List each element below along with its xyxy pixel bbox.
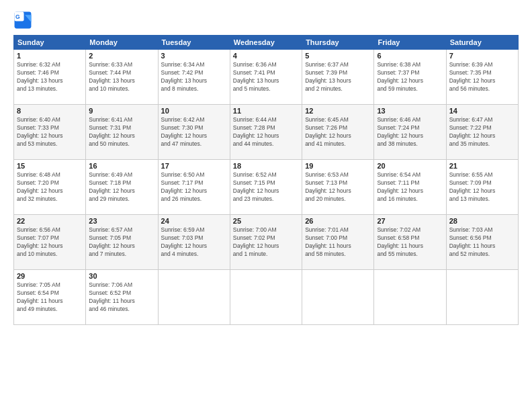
day-info: Sunrise: 7:00 AM Sunset: 7:02 PM Dayligh… bbox=[233, 226, 299, 259]
calendar-cell: 20Sunrise: 6:54 AM Sunset: 7:11 PM Dayli… bbox=[374, 160, 446, 215]
day-info: Sunrise: 6:53 AM Sunset: 7:13 PM Dayligh… bbox=[305, 171, 371, 203]
day-info: Sunrise: 6:46 AM Sunset: 7:24 PM Dayligh… bbox=[377, 116, 443, 148]
day-number: 29 bbox=[17, 272, 83, 280]
day-info: Sunrise: 6:49 AM Sunset: 7:18 PM Dayligh… bbox=[89, 171, 154, 203]
calendar-cell bbox=[230, 270, 302, 325]
day-info: Sunrise: 7:05 AM Sunset: 6:54 PM Dayligh… bbox=[17, 281, 83, 314]
calendar-cell: 11Sunrise: 6:44 AM Sunset: 7:28 PM Dayli… bbox=[230, 105, 302, 160]
day-info: Sunrise: 6:56 AM Sunset: 7:07 PM Dayligh… bbox=[17, 226, 83, 259]
day-number: 12 bbox=[305, 107, 371, 115]
page-header: G bbox=[13, 11, 519, 30]
day-number: 20 bbox=[377, 162, 443, 170]
calendar-cell: 17Sunrise: 6:50 AM Sunset: 7:17 PM Dayli… bbox=[158, 160, 230, 215]
calendar-cell: 12Sunrise: 6:45 AM Sunset: 7:26 PM Dayli… bbox=[302, 105, 374, 160]
day-number: 1 bbox=[17, 52, 83, 60]
day-info: Sunrise: 6:32 AM Sunset: 7:46 PM Dayligh… bbox=[17, 61, 83, 93]
day-info: Sunrise: 7:06 AM Sunset: 6:52 PM Dayligh… bbox=[89, 281, 154, 314]
calendar-cell bbox=[446, 270, 518, 325]
weekday-header-friday: Friday bbox=[374, 36, 446, 50]
calendar-cell: 4Sunrise: 6:36 AM Sunset: 7:41 PM Daylig… bbox=[230, 50, 302, 105]
calendar-cell: 14Sunrise: 6:47 AM Sunset: 7:22 PM Dayli… bbox=[446, 105, 518, 160]
day-number: 28 bbox=[449, 217, 515, 225]
day-info: Sunrise: 6:41 AM Sunset: 7:31 PM Dayligh… bbox=[89, 116, 154, 148]
weekday-header-wednesday: Wednesday bbox=[230, 36, 302, 50]
day-info: Sunrise: 6:37 AM Sunset: 7:39 PM Dayligh… bbox=[305, 61, 371, 93]
calendar-cell: 19Sunrise: 6:53 AM Sunset: 7:13 PM Dayli… bbox=[302, 160, 374, 215]
calendar-week-row: 15Sunrise: 6:48 AM Sunset: 7:20 PM Dayli… bbox=[14, 160, 519, 215]
weekday-header-tuesday: Tuesday bbox=[158, 36, 230, 50]
day-info: Sunrise: 6:48 AM Sunset: 7:20 PM Dayligh… bbox=[17, 171, 83, 203]
day-info: Sunrise: 6:57 AM Sunset: 7:05 PM Dayligh… bbox=[89, 226, 154, 259]
calendar-cell: 22Sunrise: 6:56 AM Sunset: 7:07 PM Dayli… bbox=[14, 215, 86, 270]
day-info: Sunrise: 6:34 AM Sunset: 7:42 PM Dayligh… bbox=[161, 61, 227, 93]
day-info: Sunrise: 6:38 AM Sunset: 7:37 PM Dayligh… bbox=[377, 61, 443, 93]
day-info: Sunrise: 6:33 AM Sunset: 7:44 PM Dayligh… bbox=[89, 61, 154, 93]
calendar-cell: 21Sunrise: 6:55 AM Sunset: 7:09 PM Dayli… bbox=[446, 160, 518, 215]
day-info: Sunrise: 6:36 AM Sunset: 7:41 PM Dayligh… bbox=[233, 61, 299, 93]
calendar-cell: 2Sunrise: 6:33 AM Sunset: 7:44 PM Daylig… bbox=[86, 50, 158, 105]
calendar-cell: 8Sunrise: 6:40 AM Sunset: 7:33 PM Daylig… bbox=[14, 105, 86, 160]
day-number: 7 bbox=[449, 52, 515, 60]
day-number: 8 bbox=[17, 107, 83, 115]
day-info: Sunrise: 6:52 AM Sunset: 7:15 PM Dayligh… bbox=[233, 171, 299, 203]
day-info: Sunrise: 6:59 AM Sunset: 7:03 PM Dayligh… bbox=[161, 226, 227, 259]
day-number: 25 bbox=[233, 217, 299, 225]
day-number: 22 bbox=[17, 217, 83, 225]
calendar-cell bbox=[158, 270, 230, 325]
day-info: Sunrise: 7:03 AM Sunset: 6:56 PM Dayligh… bbox=[449, 226, 515, 259]
day-number: 16 bbox=[89, 162, 154, 170]
calendar-cell: 30Sunrise: 7:06 AM Sunset: 6:52 PM Dayli… bbox=[86, 270, 158, 325]
calendar-cell: 27Sunrise: 7:02 AM Sunset: 6:58 PM Dayli… bbox=[374, 215, 446, 270]
calendar-week-row: 1Sunrise: 6:32 AM Sunset: 7:46 PM Daylig… bbox=[14, 50, 519, 105]
weekday-header-saturday: Saturday bbox=[446, 36, 518, 50]
calendar-cell: 29Sunrise: 7:05 AM Sunset: 6:54 PM Dayli… bbox=[14, 270, 86, 325]
day-number: 11 bbox=[233, 107, 299, 115]
day-number: 5 bbox=[305, 52, 371, 60]
day-info: Sunrise: 6:45 AM Sunset: 7:26 PM Dayligh… bbox=[305, 116, 371, 148]
day-info: Sunrise: 6:50 AM Sunset: 7:17 PM Dayligh… bbox=[161, 171, 227, 203]
day-number: 26 bbox=[305, 217, 371, 225]
calendar-cell: 13Sunrise: 6:46 AM Sunset: 7:24 PM Dayli… bbox=[374, 105, 446, 160]
day-number: 14 bbox=[449, 107, 515, 115]
day-number: 24 bbox=[161, 217, 227, 225]
day-number: 30 bbox=[89, 272, 154, 280]
weekday-header-sunday: Sunday bbox=[14, 36, 86, 50]
day-info: Sunrise: 6:44 AM Sunset: 7:28 PM Dayligh… bbox=[233, 116, 299, 148]
calendar-cell: 6Sunrise: 6:38 AM Sunset: 7:37 PM Daylig… bbox=[374, 50, 446, 105]
calendar-cell bbox=[374, 270, 446, 325]
calendar-cell: 3Sunrise: 6:34 AM Sunset: 7:42 PM Daylig… bbox=[158, 50, 230, 105]
svg-text:G: G bbox=[15, 13, 20, 20]
calendar-page: G SundayMondayTuesdayWednesdayThursdayFr… bbox=[0, 0, 532, 411]
calendar-cell: 26Sunrise: 7:01 AM Sunset: 7:00 PM Dayli… bbox=[302, 215, 374, 270]
day-number: 17 bbox=[161, 162, 227, 170]
day-info: Sunrise: 6:54 AM Sunset: 7:11 PM Dayligh… bbox=[377, 171, 443, 203]
day-number: 15 bbox=[17, 162, 83, 170]
day-info: Sunrise: 6:39 AM Sunset: 7:35 PM Dayligh… bbox=[449, 61, 515, 93]
calendar-cell: 18Sunrise: 6:52 AM Sunset: 7:15 PM Dayli… bbox=[230, 160, 302, 215]
calendar-header-row: SundayMondayTuesdayWednesdayThursdayFrid… bbox=[14, 36, 519, 50]
day-info: Sunrise: 6:55 AM Sunset: 7:09 PM Dayligh… bbox=[449, 171, 515, 203]
calendar-cell: 28Sunrise: 7:03 AM Sunset: 6:56 PM Dayli… bbox=[446, 215, 518, 270]
calendar-cell: 23Sunrise: 6:57 AM Sunset: 7:05 PM Dayli… bbox=[86, 215, 158, 270]
calendar-cell: 16Sunrise: 6:49 AM Sunset: 7:18 PM Dayli… bbox=[86, 160, 158, 215]
day-number: 21 bbox=[449, 162, 515, 170]
day-number: 23 bbox=[89, 217, 154, 225]
logo-icon: G bbox=[13, 11, 32, 30]
day-number: 19 bbox=[305, 162, 371, 170]
day-number: 3 bbox=[161, 52, 227, 60]
day-info: Sunrise: 6:42 AM Sunset: 7:30 PM Dayligh… bbox=[161, 116, 227, 148]
day-number: 9 bbox=[89, 107, 154, 115]
weekday-header-monday: Monday bbox=[86, 36, 158, 50]
calendar-table: SundayMondayTuesdayWednesdayThursdayFrid… bbox=[13, 35, 519, 325]
weekday-header-thursday: Thursday bbox=[302, 36, 374, 50]
day-number: 18 bbox=[233, 162, 299, 170]
calendar-cell: 9Sunrise: 6:41 AM Sunset: 7:31 PM Daylig… bbox=[86, 105, 158, 160]
calendar-cell: 15Sunrise: 6:48 AM Sunset: 7:20 PM Dayli… bbox=[14, 160, 86, 215]
calendar-cell: 25Sunrise: 7:00 AM Sunset: 7:02 PM Dayli… bbox=[230, 215, 302, 270]
day-number: 13 bbox=[377, 107, 443, 115]
day-number: 10 bbox=[161, 107, 227, 115]
calendar-cell: 5Sunrise: 6:37 AM Sunset: 7:39 PM Daylig… bbox=[302, 50, 374, 105]
logo: G bbox=[13, 11, 35, 30]
day-number: 4 bbox=[233, 52, 299, 60]
calendar-cell: 10Sunrise: 6:42 AM Sunset: 7:30 PM Dayli… bbox=[158, 105, 230, 160]
